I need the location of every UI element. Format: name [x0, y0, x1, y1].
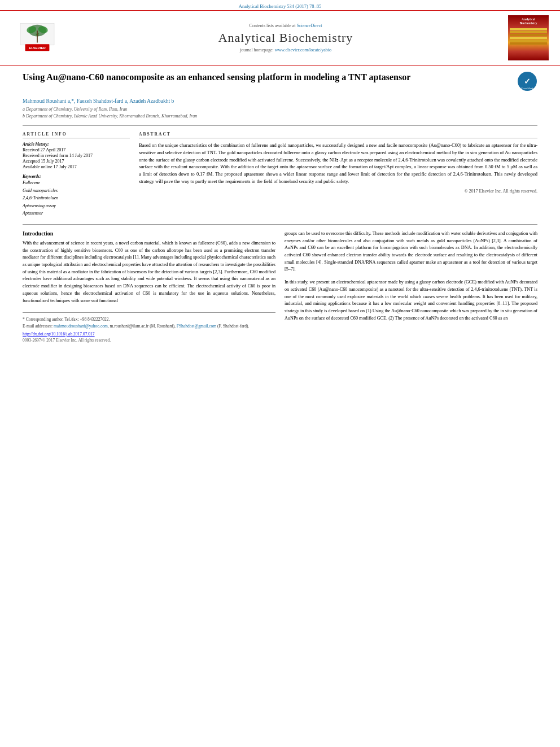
history-label: Article history:	[23, 142, 130, 147]
cover-image: Analytical Biochemistry	[508, 15, 549, 60]
cover-stripes	[510, 28, 547, 45]
keyword-fullerene: Fullerene	[23, 179, 130, 187]
abstract-text: Based on the unique characteristics of t…	[139, 142, 537, 185]
body-divider	[23, 224, 537, 225]
copyright-notice: © 2017 Elsevier Inc. All rights reserved…	[139, 189, 537, 194]
article-info-abstract: ARTICLE INFO Article history: Received 2…	[23, 132, 537, 217]
journal-info: Contents lists available at ScienceDirec…	[72, 15, 499, 60]
affiliations: a Department of Chemistry, University of…	[23, 106, 537, 120]
intro-right-text: groups can be used to overcome this diff…	[285, 230, 537, 273]
body-left-column: Introduction With the advancement of sci…	[23, 230, 275, 343]
keyword-aptasensing: Aptasensing assay	[23, 202, 130, 210]
received-date: Received 27 April 2017	[23, 147, 130, 152]
affiliation-a: a Department of Chemistry, University of…	[23, 106, 537, 113]
journal-title: Analytical Biochemistry	[218, 30, 353, 45]
journal-cover-thumbnail: Analytical Biochemistry	[506, 15, 551, 60]
intro-right-text-2: In this study, we present an electrochem…	[285, 279, 537, 322]
svg-text:CrossMark: CrossMark	[521, 87, 534, 90]
elsevier-logo-area: 🌿 ELSEVIER	[9, 15, 65, 60]
svg-text:ELSEVIER: ELSEVIER	[29, 46, 46, 50]
cover-title-line1: Analytical	[522, 18, 535, 21]
accepted-date: Accepted 15 July 2017	[23, 159, 130, 164]
email1-link[interactable]: mahmoudroushani@yahoo.com	[54, 324, 108, 329]
homepage-link-text: journal homepage: www.elsevier.com/locat…	[240, 47, 331, 53]
keywords-label: Keywords:	[23, 174, 130, 179]
article-info-column: ARTICLE INFO Article history: Received 2…	[23, 132, 130, 217]
article-info-label: ARTICLE INFO	[23, 132, 130, 138]
intro-left-text: With the advancement of science in recen…	[23, 240, 275, 304]
elsevier-logo-icon: 🌿 ELSEVIER	[15, 21, 60, 55]
keyword-gold: Gold nanoparticles	[23, 187, 130, 195]
keywords-section: Keywords: Fullerene Gold nanoparticles 2…	[23, 174, 130, 217]
svg-text:✓: ✓	[524, 77, 531, 86]
sciencedirect-text: Contents lists available at ScienceDirec…	[250, 23, 322, 28]
section-divider	[23, 125, 537, 126]
authors: Mahmoud Roushani a,*, Faezeh Shahdost-fa…	[23, 98, 537, 104]
homepage-url[interactable]: www.elsevier.com/locate/yabio	[275, 47, 331, 53]
keywords-list: Fullerene Gold nanoparticles 2,4,6-Trini…	[23, 179, 130, 217]
affiliation-b: b Department of Chemistry, Islamic Azad …	[23, 113, 537, 120]
journal-header: 🌿 ELSEVIER Contents lists available at S…	[0, 10, 560, 65]
abstract-label: ABSTRACT	[139, 132, 537, 138]
crossmark-icon: ✓ CrossMark	[517, 71, 537, 91]
footnotes: * Corresponding author. Tel./fax: +98 84…	[23, 312, 275, 343]
keyword-tnt: 2,4,6-Trinitrotoluen	[23, 194, 130, 202]
email-info: E-mail addresses: mahmoudroushani@yahoo.…	[23, 323, 275, 329]
article-title: Using Au@nano-C60 nanocomposite as an en…	[23, 71, 511, 84]
keyword-aptasensor: Aptasensor	[23, 209, 130, 217]
corresponding-author: * Corresponding author. Tel./fax: +98 84…	[23, 316, 275, 322]
body-columns: Introduction With the advancement of sci…	[23, 230, 537, 343]
abstract-section: ABSTRACT Based on the unique characteris…	[139, 132, 537, 217]
email3-link[interactable]: FShahdost@gmail.com	[177, 324, 216, 329]
journal-reference: Analytical Biochemistry 534 (2017) 78–85	[0, 0, 560, 10]
body-right-column: groups can be used to overcome this diff…	[285, 230, 537, 343]
online-date: Available online 17 July 2017	[23, 164, 130, 169]
introduction-title: Introduction	[23, 230, 275, 237]
cover-title-line2: Biochemistry	[519, 21, 537, 25]
article-title-section: Using Au@nano-C60 nanocomposite as an en…	[23, 71, 537, 94]
main-content: Using Au@nano-C60 nanocomposite as an en…	[0, 65, 560, 348]
sciencedirect-link[interactable]: ScienceDirect	[297, 23, 322, 28]
issn-line: 0003-2697/© 2017 Elsevier Inc. All right…	[23, 338, 275, 343]
revised-date: Received in revised form 14 July 2017	[23, 153, 130, 158]
doi-link: http://dx.doi.org/10.1016/j.ab.2017.07.0…	[23, 331, 275, 337]
